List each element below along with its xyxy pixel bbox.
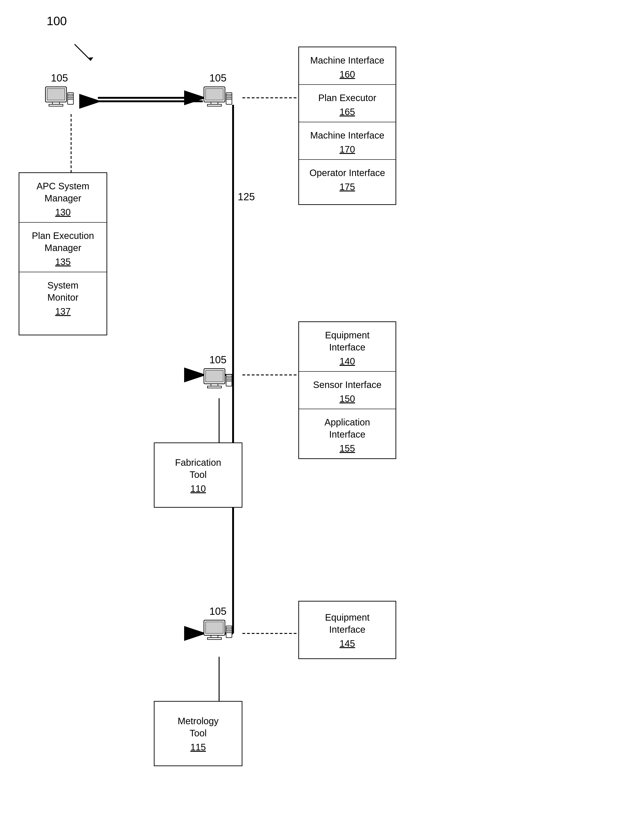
plan-execution-manager-label: Plan ExecutionManager	[23, 227, 103, 257]
svg-rect-45	[227, 627, 231, 629]
svg-rect-38	[227, 379, 231, 379]
svg-rect-25	[206, 89, 223, 100]
computer-label-mid: 105	[209, 354, 226, 366]
application-interface-label: ApplicationInterface	[302, 413, 392, 443]
computer-icon-top-right: 105	[203, 72, 233, 111]
plan-execution-manager-number: 135	[23, 257, 103, 270]
machine-interface-160-label: Machine Interface	[302, 52, 392, 69]
mid-right-box: EquipmentInterface 140 Sensor Interface …	[298, 321, 396, 459]
equipment-interface-140-label: EquipmentInterface	[302, 326, 392, 356]
metrology-tool-box: MetrologyTool 115	[154, 701, 242, 766]
svg-rect-18	[52, 102, 60, 104]
svg-line-3	[75, 44, 91, 61]
left-system-box: APC SystemManager 130 Plan ExecutionMana…	[18, 172, 107, 335]
svg-rect-34	[211, 384, 218, 386]
label-125: 125	[238, 191, 255, 203]
sensor-interface-label: Sensor Interface	[302, 376, 392, 393]
computer-icon-left: 105	[44, 72, 75, 111]
metrology-tool-number: 115	[190, 742, 206, 755]
svg-rect-31	[227, 99, 231, 99]
svg-rect-27	[207, 104, 221, 106]
apc-system-manager-label: APC SystemManager	[23, 177, 103, 207]
system-monitor-label: SystemMonitor	[23, 277, 103, 306]
svg-rect-19	[49, 104, 63, 106]
svg-rect-30	[227, 97, 231, 98]
operator-interface-label: Operator Interface	[302, 164, 392, 182]
svg-rect-23	[68, 99, 73, 99]
apc-system-manager-number: 130	[23, 207, 103, 220]
fabrication-tool-box: FabricationTool 110	[154, 442, 242, 508]
svg-rect-41	[206, 622, 223, 633]
svg-rect-17	[47, 89, 65, 100]
svg-rect-37	[227, 376, 231, 378]
svg-rect-46	[227, 630, 231, 631]
fabrication-tool-label: FabricationTool	[171, 454, 225, 483]
machine-interface-160-number: 160	[302, 69, 392, 83]
computer-label-left: 105	[51, 72, 68, 84]
svg-rect-29	[227, 94, 231, 96]
bottom-right-box: EquipmentInterface 145	[298, 601, 396, 659]
svg-rect-26	[211, 102, 218, 104]
computer-label-bottom: 105	[209, 606, 226, 617]
machine-interface-170-number: 170	[302, 144, 392, 158]
metrology-tool-label: MetrologyTool	[174, 712, 222, 742]
sensor-interface-number: 150	[302, 393, 392, 407]
diagram: 100 105 105	[0, 0, 623, 840]
svg-marker-4	[88, 57, 93, 61]
svg-rect-22	[68, 97, 73, 98]
computer-label-top-right: 105	[209, 72, 226, 84]
equipment-interface-140-number: 140	[302, 356, 392, 369]
svg-rect-21	[68, 94, 73, 96]
operator-interface-number: 175	[302, 182, 392, 195]
svg-rect-39	[227, 381, 231, 381]
svg-rect-42	[211, 635, 218, 638]
equipment-interface-145-number: 145	[339, 638, 355, 652]
diagram-number-label: 100	[47, 14, 67, 28]
computer-icon-bottom: 105	[203, 606, 233, 645]
svg-rect-47	[227, 632, 231, 633]
application-interface-number: 155	[302, 443, 392, 456]
fabrication-tool-number: 110	[190, 483, 206, 497]
svg-rect-43	[207, 638, 221, 640]
plan-executor-label: Plan Executor	[302, 89, 392, 107]
plan-executor-number: 165	[302, 107, 392, 120]
machine-interface-170-label: Machine Interface	[302, 127, 392, 144]
computer-icon-mid: 105	[203, 354, 233, 393]
equipment-interface-145-label: EquipmentInterface	[321, 609, 373, 638]
svg-rect-35	[207, 386, 221, 388]
svg-rect-33	[206, 370, 223, 382]
top-right-box: Machine Interface 160 Plan Executor 165 …	[298, 47, 396, 205]
system-monitor-number: 137	[23, 306, 103, 320]
